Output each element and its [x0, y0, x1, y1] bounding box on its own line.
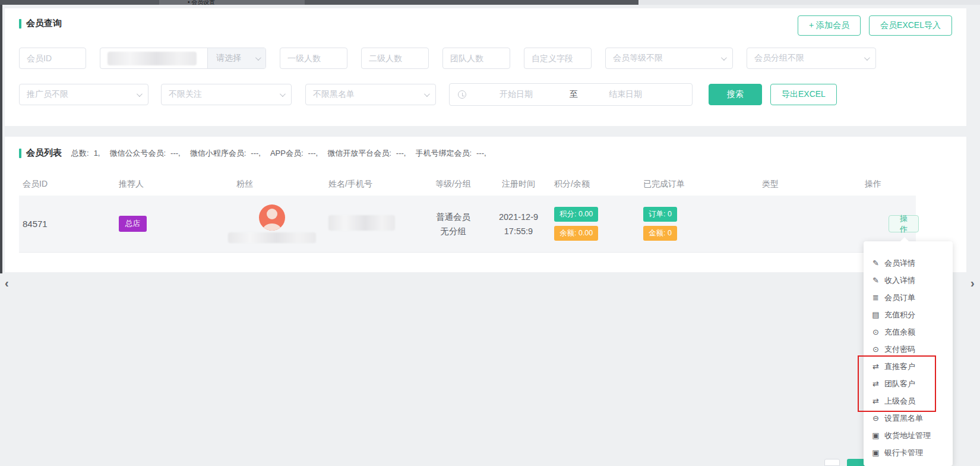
redacted-keyword: [108, 52, 197, 65]
level1-count-input[interactable]: [280, 48, 347, 69]
team-count-input[interactable]: [442, 48, 510, 69]
list-title-row: 会员列表 总数:1, 微信公众号会员:---, 微信小程序会员:---, APP…: [5, 137, 966, 159]
col-fans: 粉丝: [230, 179, 314, 190]
custom-field-input[interactable]: [524, 48, 592, 69]
col-register-time: 注册时间: [492, 179, 545, 190]
col-name-phone: 姓名/手机号: [314, 179, 415, 190]
member-level-value: 会员等级不限: [613, 53, 663, 64]
screen: • 会员设置 会员查询 + 添加会员 会员EXCEL导入 请选择: [0, 0, 980, 466]
chevron-down-icon: [424, 91, 430, 97]
scroll-left-arrow[interactable]: ‹: [5, 277, 9, 289]
title-accent-bar: [19, 19, 21, 29]
export-excel-button[interactable]: 导出EXCEL: [770, 84, 837, 105]
table-header: 会员ID 推荐人 粉丝 姓名/手机号 等级/分组 注册时间 积分/余额 已完成订…: [19, 173, 916, 196]
search-button[interactable]: 搜索: [709, 84, 762, 105]
stat-total: 总数:1,: [71, 148, 100, 159]
table-row: 84571 总店 普通会员 无分组 2021-12-9 17:55:9 积分: …: [19, 196, 916, 253]
keyword-type-select[interactable]: 请选择: [207, 48, 265, 68]
menu-item-member-orders[interactable]: ≣会员订单: [864, 289, 953, 306]
chevron-down-icon: [721, 55, 727, 61]
col-points-balance: 积分/余额: [545, 179, 634, 190]
balance-badge: 余额: 0.00: [554, 226, 598, 241]
pagination-page-button[interactable]: [847, 459, 865, 466]
add-member-button[interactable]: + 添加会员: [798, 15, 861, 36]
keyword-compound-input[interactable]: 请选择: [100, 48, 266, 69]
redacted-fans-name: [228, 232, 316, 243]
col-type: 类型: [753, 179, 842, 190]
promoter-value: 推广员不限: [27, 89, 68, 100]
minus-circle-icon: ⊖: [871, 414, 880, 423]
filter-row-1: 请选择 会员等级不限 会员分组不限: [19, 48, 876, 69]
blacklist-value: 不限黑名单: [313, 89, 355, 100]
menu-item-recharge-points[interactable]: ▤充值积分: [864, 306, 953, 323]
member-group-select[interactable]: 会员分组不限: [747, 48, 876, 69]
avatar: [259, 204, 285, 231]
chevron-down-icon: [255, 55, 261, 61]
chevron-down-icon: [864, 55, 870, 61]
menu-item-team-customers[interactable]: ⇄团队客户: [864, 375, 953, 392]
col-actions: 操作: [842, 179, 916, 190]
menu-item-income-detail[interactable]: ✎收入详情: [864, 272, 953, 289]
window-tab-label: • 会员设置: [188, 0, 215, 5]
query-card-title: 会员查询: [26, 18, 62, 29]
menu-item-recharge-balance[interactable]: ⊙充值余额: [864, 323, 953, 341]
pagination-prev-button[interactable]: [824, 459, 840, 466]
menu-item-direct-customers[interactable]: ⇄直推客户: [864, 358, 953, 375]
level-group-cell: 普通会员 无分组: [415, 210, 492, 238]
menu-item-shipping-address[interactable]: ▣收货地址管理: [864, 427, 953, 444]
query-card-actions: + 添加会员 会员EXCEL导入: [798, 15, 952, 36]
menu-item-set-blacklist[interactable]: ⊖设置黑名单: [864, 410, 953, 427]
transfer-icon: ⇄: [871, 379, 880, 388]
stat-wechat-mini: 微信小程序会员:---,: [190, 148, 261, 159]
coin-icon: ⊙: [871, 345, 880, 354]
points-badge: 积分: 0.00: [554, 207, 598, 222]
transfer-icon: ⇄: [871, 362, 880, 371]
chevron-down-icon: [137, 91, 143, 97]
date-range-to-label: 至: [570, 89, 578, 100]
keyword-input[interactable]: [100, 48, 207, 68]
chevron-down-icon: [280, 91, 286, 97]
follow-select[interactable]: 不限关注: [161, 84, 292, 105]
member-group-value: 会员分组不限: [754, 53, 804, 64]
menu-item-bank-card[interactable]: ▣银行卡管理: [864, 444, 953, 461]
menu-item-member-detail[interactable]: ✎会员详情: [864, 254, 953, 272]
member-stats: 总数:1, 微信公众号会员:---, 微信小程序会员:---, APP会员:--…: [71, 148, 496, 159]
register-time-cell: 2021-12-9 17:55:9: [492, 210, 545, 238]
list-icon: ≣: [871, 293, 880, 302]
title-accent-bar: [19, 149, 21, 158]
excel-import-button[interactable]: 会员EXCEL导入: [869, 15, 952, 36]
date-range-picker[interactable]: 开始日期 至 结束日期: [449, 83, 693, 106]
member-group-value: 无分组: [415, 224, 492, 238]
member-id-input[interactable]: [19, 48, 86, 69]
register-date: 2021-12-9: [492, 210, 545, 224]
orders-badge: 订单: 0: [643, 207, 677, 222]
member-query-card: 会员查询 + 添加会员 会员EXCEL导入 请选择 会员等级不限: [5, 8, 966, 126]
stat-app: APP会员:---,: [270, 148, 318, 159]
scroll-right-arrow[interactable]: ›: [970, 277, 975, 289]
col-completed-orders: 已完成订单: [634, 179, 753, 190]
referrer-cell: 总店: [112, 216, 230, 232]
end-date-placeholder[interactable]: 结束日期: [609, 89, 642, 100]
col-member-id: 会员ID: [19, 179, 112, 190]
row-action-button[interactable]: 操作: [889, 215, 919, 232]
menu-item-pay-password[interactable]: ⊙支付密码: [864, 341, 953, 358]
action-dropdown-menu: ✎会员详情 ✎收入详情 ≣会员订单 ▤充值积分 ⊙充值余额 ⊙支付密码 ⇄直推客…: [864, 241, 953, 466]
member-level-select[interactable]: 会员等级不限: [605, 48, 733, 69]
blacklist-select[interactable]: 不限黑名单: [305, 84, 436, 105]
amount-badge: 金额: 0: [643, 226, 677, 241]
member-level-value: 普通会员: [415, 210, 492, 224]
redacted-name-phone: [328, 215, 395, 231]
truck-icon: ▣: [871, 431, 880, 440]
menu-item-parent-member[interactable]: ⇄上级会员: [864, 392, 953, 410]
actions-cell: 操作: [842, 215, 916, 232]
edit-icon: ✎: [871, 259, 880, 267]
coin-icon: ⊙: [871, 328, 880, 336]
window-tab: • 会员设置: [159, 0, 305, 5]
keyword-type-value: 请选择: [216, 53, 241, 64]
promoter-select[interactable]: 推广员不限: [19, 84, 148, 105]
edit-icon: ✎: [871, 276, 880, 285]
level2-count-input[interactable]: [361, 48, 429, 69]
col-level-group: 等级/分组: [415, 179, 492, 190]
start-date-placeholder[interactable]: 开始日期: [500, 89, 533, 100]
member-id-value: 84571: [19, 219, 112, 229]
